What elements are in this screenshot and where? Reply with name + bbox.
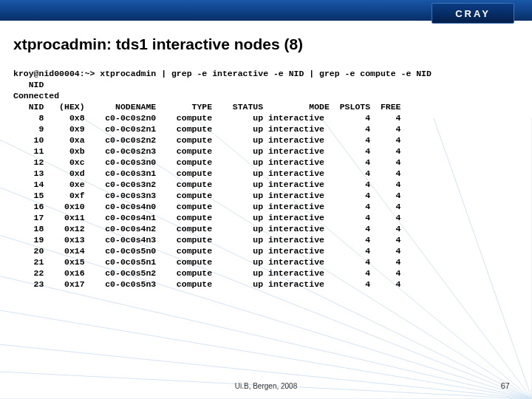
footer-center: Ui.B, Bergen, 2008 — [0, 382, 532, 390]
footer-page: 67 — [501, 381, 510, 390]
brand-text: CRAY — [455, 8, 491, 19]
slide-title: xtprocadmin: tds1 interactive nodes (8) — [13, 35, 517, 53]
brand-logo: CRAY — [432, 3, 514, 24]
terminal-output: kroy@nid00004:~> xtprocadmin | grep -e i… — [13, 68, 519, 290]
svg-line-2 — [0, 340, 532, 399]
slide: CRAY xtprocadmin: tds1 interactive nodes… — [0, 0, 532, 399]
